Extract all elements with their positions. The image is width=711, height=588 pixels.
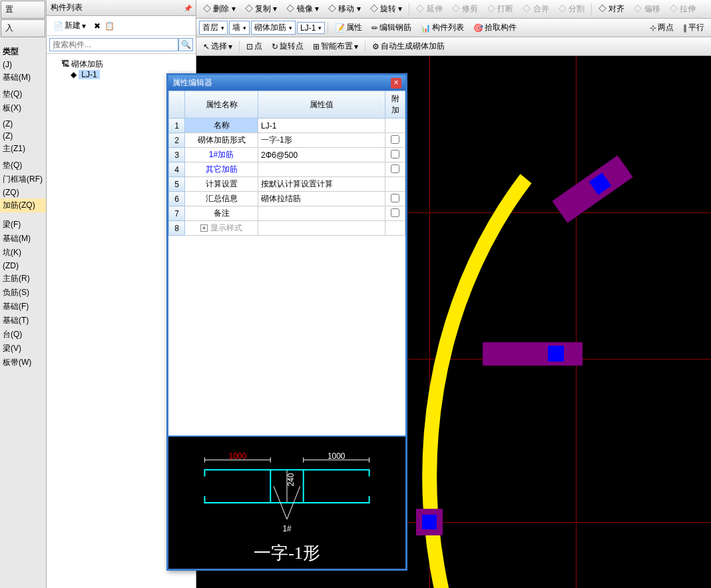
col-extra: 附加 [385,91,405,119]
category-item[interactable]: 负筋(S) [0,286,46,300]
tool-修剪: ◇ 修剪 [448,1,482,17]
property-table[interactable]: 属性名称 属性值 附加 1名称LJ-12砌体加筋形式一字-1形31#加筋2Φ6@… [168,91,405,236]
property-value[interactable]: 按默认计算设置计算 [258,177,385,192]
property-name: 名称 [185,119,258,133]
property-row[interactable]: 1名称LJ-1 [169,119,405,133]
category-item[interactable]: 基础(F) [0,300,46,314]
property-row[interactable]: 4其它加筋 [169,162,405,177]
svg-text:1000: 1000 [229,451,247,461]
property-value[interactable]: LJ-1 [258,119,385,133]
rebar-block[interactable] [416,509,443,535]
left-tab-2[interactable]: 入 [1,19,45,37]
category-item[interactable]: (J) [0,59,46,71]
category-item[interactable]: 加筋(ZQ) [0,198,46,212]
extra-checkbox[interactable] [391,164,399,173]
category-item[interactable]: 基础(T) [0,314,46,328]
two-point-button[interactable]: ⊹两点 [646,20,678,35]
extra-checkbox[interactable] [391,194,399,202]
search-input[interactable] [49,38,178,51]
property-row[interactable]: 2砌体加筋形式一字-1形 [169,133,405,148]
point-button[interactable]: ⊡点 [242,39,266,54]
category-item[interactable]: 梁(V) [0,342,46,356]
property-row[interactable]: 5计算设置按默认计算设置计算 [169,177,405,192]
category-item[interactable]: (ZD) [0,260,46,272]
component-list-button[interactable]: 📊构件列表 [417,20,468,35]
tree-root[interactable]: 砌体加筋 [49,58,193,70]
component-list-title: 构件列表 [51,2,83,13]
toolbar-draw: ↖选择 ▾ ⊡点 ↻旋转点 ⊞智能布置 ▾ ⚙自动生成砌体加筋 [196,37,711,56]
left-tab-1[interactable]: 置 [1,1,45,19]
category-item[interactable]: 门框墙(RF) [0,172,46,186]
category-item[interactable]: 板(X) [0,101,46,115]
close-icon[interactable]: × [391,78,401,89]
property-button[interactable]: 📝属性 [331,20,366,35]
property-row[interactable]: 31#加筋2Φ6@500 [169,148,405,162]
smart-layout-button[interactable]: ⊞智能布置 ▾ [309,39,362,54]
category-item[interactable]: 基础(M) [0,71,46,85]
delete-icon[interactable]: ✖ [94,21,101,31]
category-item[interactable]: (ZQ) [0,186,46,198]
sub-combo[interactable]: 砌体加筋 [251,21,296,35]
category-item[interactable]: (Z) [0,130,46,142]
category-item[interactable]: 主(Z1) [0,142,46,156]
floor-combo[interactable]: 首层 [199,21,228,35]
category-item[interactable]: (Z) [0,118,46,130]
shape-label: 一字-1形 [168,541,405,565]
property-row[interactable]: 8+显示样式 [169,221,405,236]
tool-对齐[interactable]: ◇ 对齐 [594,1,628,17]
col-name: 属性名称 [185,91,258,119]
category-item[interactable]: 台(Q) [0,328,46,342]
toolbar-context: 首层 墙 砌体加筋 LJ-1 📝属性 ✏编辑钢筋 📊构件列表 🎯拾取构件 ⊹两点… [196,19,711,37]
svg-text:1#: 1# [282,524,292,533]
category-item[interactable]: 垫(Q) [0,87,46,101]
pin-icon[interactable] [184,3,192,13]
category-item[interactable]: 梁(F) [0,218,46,232]
tool-偏移: ◇ 偏移 [630,1,664,17]
tool-复制[interactable]: ◇ 复制 ▾ [241,1,282,17]
property-name: 其它加筋 [185,162,258,177]
svg-text:240: 240 [286,473,296,486]
search-button[interactable]: 🔍 [178,38,193,51]
auto-gen-button[interactable]: ⚙自动生成砌体加筋 [368,39,449,54]
category-item[interactable]: 坑(K) [0,246,46,260]
rotate-point-button[interactable]: ↻旋转点 [268,39,308,54]
property-name: 1#加筋 [185,148,258,162]
tool-打断: ◇ 打断 [483,1,517,17]
property-name: 备注 [185,206,258,221]
extra-checkbox[interactable] [391,208,399,217]
property-value[interactable] [258,206,385,221]
extra-checkbox[interactable] [391,135,399,144]
property-name: 砌体加筋形式 [185,133,258,148]
tool-延伸: ◇ 延伸 [412,1,446,17]
section-preview: 1000 1000 240 1# 一字-1形 [168,436,405,569]
category-item[interactable]: 主筋(R) [0,272,46,286]
extra-checkbox[interactable] [391,150,399,158]
element-combo[interactable]: 墙 [229,21,250,35]
tool-移动[interactable]: ◇ 移动 ▾ [324,1,365,17]
tool-删除[interactable]: ◇ 删除 ▾ [199,1,240,17]
property-value[interactable] [258,162,385,177]
instance-combo[interactable]: LJ-1 [297,22,325,34]
property-value[interactable]: 一字-1形 [258,133,385,148]
property-editor-dialog[interactable]: 属性编辑器 × 属性名称 属性值 附加 1名称LJ-12砌体加筋形式一字-1形3… [166,73,407,571]
property-value[interactable] [258,221,385,236]
tool-镜像[interactable]: ◇ 镜像 ▾ [282,1,323,17]
copy-icon[interactable]: 📋 [105,21,115,31]
svg-text:1000: 1000 [328,451,346,461]
left-category-pane: 置 入 类型(J)基础(M)垫(Q)板(X)(Z)(Z)主(Z1)垫(Q)门框墙… [0,0,47,588]
property-name: +显示样式 [185,221,258,236]
category-item[interactable]: 垫(Q) [0,158,46,172]
edit-rebar-button[interactable]: ✏编辑钢筋 [367,20,415,35]
property-row[interactable]: 6汇总信息砌体拉结筋 [169,192,405,206]
parallel-button[interactable]: ∥平行 [679,20,708,35]
property-value[interactable]: 2Φ6@500 [258,148,385,162]
tool-旋转[interactable]: ◇ 旋转 ▾ [366,1,407,17]
select-button[interactable]: ↖选择 ▾ [199,39,236,54]
category-item[interactable]: 基础(M) [0,232,46,246]
property-value[interactable]: 砌体拉结筋 [258,192,385,206]
new-button[interactable]: 📄 新建 ▾ [49,18,90,33]
property-row[interactable]: 7备注 [169,206,405,221]
rebar-block[interactable] [483,342,583,366]
pick-component-button[interactable]: 🎯拾取构件 [469,20,521,35]
category-item[interactable]: 板带(W) [0,356,46,370]
